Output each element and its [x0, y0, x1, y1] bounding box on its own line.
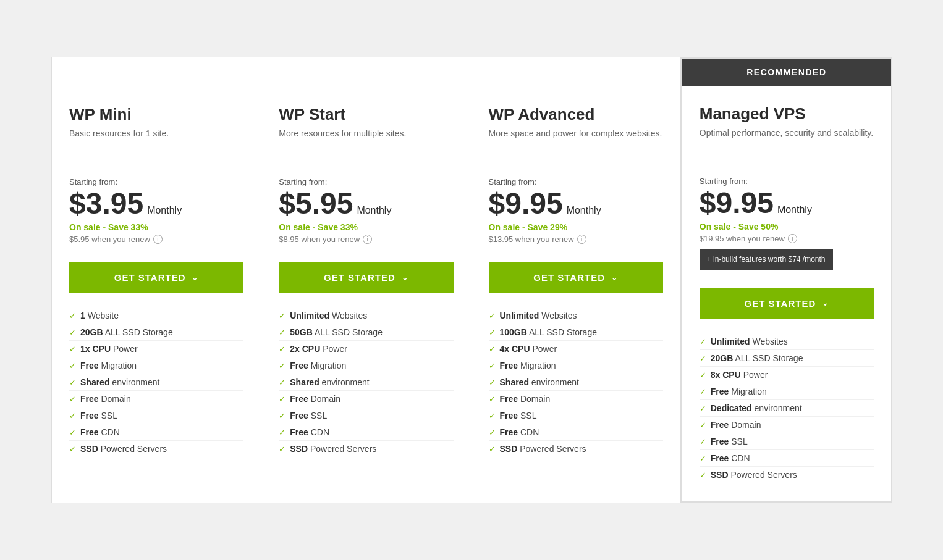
feature-text: 2x CPU Power	[290, 344, 347, 354]
get-started-button[interactable]: GET STARTED ⌄	[489, 262, 663, 293]
feature-text: Free Migration	[290, 361, 346, 370]
feature-text: 20GB ALL SSD Storage	[711, 353, 803, 363]
feature-text: Free Migration	[500, 361, 556, 370]
check-icon: ✓	[700, 354, 706, 363]
check-icon: ✓	[279, 345, 285, 354]
feature-text: Free SSL	[290, 411, 327, 420]
plan-header: Managed VPS Optimal performance, securit…	[682, 86, 891, 164]
feature-item: ✓ Shared environment	[279, 374, 453, 391]
feature-item: ✓ 4x CPU Power	[489, 341, 663, 357]
check-icon: ✓	[279, 378, 285, 387]
check-icon: ✓	[69, 445, 76, 454]
get-started-label: GET STARTED	[745, 298, 816, 309]
feature-item: ✓ Free SSL	[700, 433, 874, 450]
plan-pricing: Starting from: $3.95 Monthly On sale - S…	[52, 165, 261, 250]
check-icon: ✓	[489, 328, 496, 337]
feature-text: Unlimited Websites	[290, 311, 367, 320]
plan-card-managed-vps: RECOMMENDED Managed VPS Optimal performa…	[681, 57, 891, 503]
check-icon: ✓	[279, 428, 285, 437]
feature-text: Free Domain	[711, 420, 761, 430]
feature-item: ✓ Free CDN	[279, 424, 453, 441]
price-amount: $9.95	[700, 188, 774, 218]
recommended-badge: RECOMMENDED	[682, 59, 891, 86]
price-period: Monthly	[357, 205, 391, 216]
plan-pricing: Starting from: $9.95 Monthly On sale - S…	[472, 165, 680, 250]
info-icon[interactable]: i	[363, 235, 372, 244]
info-icon[interactable]: i	[153, 235, 163, 244]
price-row: $9.95 Monthly	[489, 189, 663, 219]
check-icon: ✓	[69, 361, 76, 370]
plan-pricing: Starting from: $9.95 Monthly On sale - S…	[682, 164, 891, 276]
price-period: Monthly	[777, 204, 812, 215]
feature-text: Free SSL	[500, 411, 537, 420]
feature-item: ✓ Unlimited Websites	[279, 307, 453, 324]
price-amount: $5.95	[279, 189, 353, 219]
get-started-button[interactable]: GET STARTED ⌄	[69, 262, 243, 293]
feature-item: ✓ 1x CPU Power	[69, 341, 243, 357]
chevron-down-icon: ⌄	[611, 274, 618, 282]
feature-text: Free Domain	[500, 394, 551, 404]
sale-text: On sale - Save 50%	[700, 222, 874, 232]
plan-desc: More space and power for complex website…	[489, 128, 663, 153]
feature-item: ✓ SSD Powered Servers	[489, 441, 663, 457]
feature-text: Free CDN	[711, 453, 750, 463]
feature-text: SSD Powered Servers	[500, 444, 586, 454]
price-amount: $3.95	[69, 189, 143, 219]
info-icon[interactable]: i	[788, 234, 797, 243]
price-period: Monthly	[567, 205, 601, 216]
price-row: $9.95 Monthly	[700, 188, 874, 218]
check-icon: ✓	[489, 428, 496, 437]
plan-pricing: Starting from: $5.95 Monthly On sale - S…	[261, 165, 470, 250]
feature-text: 1 Website	[80, 311, 119, 320]
get-started-label: GET STARTED	[114, 272, 186, 283]
check-icon: ✓	[279, 311, 285, 320]
check-icon: ✓	[489, 361, 496, 370]
feature-item: ✓ 50GB ALL SSD Storage	[279, 324, 453, 341]
chevron-down-icon: ⌄	[402, 274, 408, 282]
feature-item: ✓ Shared environment	[69, 374, 243, 391]
feature-item: ✓ Dedicated environment	[700, 400, 874, 417]
check-icon: ✓	[700, 370, 706, 380]
plan-card-wp-start: WP Start More resources for multiple sit…	[261, 57, 471, 503]
feature-text: SSD Powered Servers	[711, 470, 797, 480]
renew-text: $13.95 when you renew i	[489, 235, 663, 244]
check-icon: ✓	[700, 437, 706, 446]
chevron-down-icon: ⌄	[822, 299, 829, 307]
price-row: $3.95 Monthly	[69, 189, 243, 219]
plan-header: WP Mini Basic resources for 1 site.	[52, 86, 261, 165]
feature-text: Free CDN	[290, 427, 329, 437]
feature-item: ✓ SSD Powered Servers	[69, 441, 243, 457]
feature-text: SSD Powered Servers	[80, 444, 167, 454]
feature-text: Free Migration	[80, 361, 137, 370]
info-icon[interactable]: i	[577, 235, 586, 244]
check-icon: ✓	[700, 404, 706, 413]
feature-text: Shared environment	[80, 377, 159, 387]
feature-item: ✓ Free Migration	[489, 357, 663, 374]
starting-from-label: Starting from:	[69, 177, 243, 186]
pricing-table: WP Mini Basic resources for 1 site. Star…	[51, 57, 892, 503]
feature-text: Free SSL	[80, 411, 117, 420]
check-icon: ✓	[700, 470, 706, 480]
features-list: ✓ 1 Website ✓ 20GB ALL SSD Storage ✓ 1x …	[52, 307, 261, 475]
price-row: $5.95 Monthly	[279, 189, 453, 219]
feature-text: 100GB ALL SSD Storage	[500, 327, 597, 337]
get-started-button[interactable]: GET STARTED ⌄	[279, 262, 453, 293]
feature-item: ✓ Unlimited Websites	[700, 333, 874, 350]
check-icon: ✓	[69, 311, 76, 320]
feature-item: ✓ 20GB ALL SSD Storage	[700, 350, 874, 367]
price-amount: $9.95	[489, 189, 563, 219]
feature-item: ✓ 20GB ALL SSD Storage	[69, 324, 243, 341]
renew-text: $5.95 when you renew i	[69, 235, 243, 244]
starting-from-label: Starting from:	[489, 177, 663, 186]
sale-text: On sale - Save 33%	[69, 222, 243, 232]
get-started-button[interactable]: GET STARTED ⌄	[700, 288, 874, 319]
feature-text: Free CDN	[500, 427, 539, 437]
check-icon: ✓	[69, 395, 76, 404]
feature-item: ✓ Free Domain	[279, 391, 453, 407]
check-icon: ✓	[489, 378, 496, 387]
check-icon: ✓	[279, 445, 285, 454]
check-icon: ✓	[279, 395, 285, 404]
feature-text: 4x CPU Power	[500, 344, 557, 354]
feature-item: ✓ 8x CPU Power	[700, 367, 874, 383]
feature-item: ✓ Free Migration	[69, 357, 243, 374]
